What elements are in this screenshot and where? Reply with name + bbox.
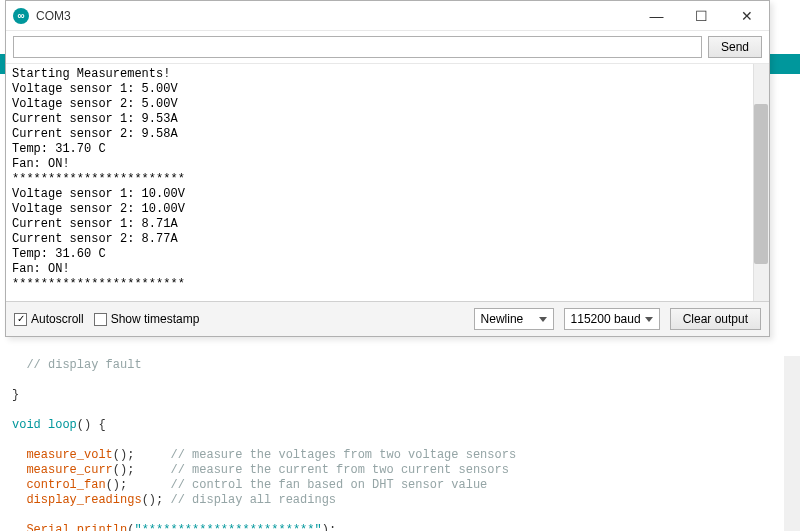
code-scrollbar[interactable] (784, 356, 800, 531)
minimize-button[interactable]: — (634, 1, 679, 31)
serial-input[interactable] (13, 36, 702, 58)
line-ending-value: Newline (481, 312, 524, 326)
console-scrollbar[interactable] (753, 64, 769, 301)
serial-monitor-window: ∞ COM3 — ☐ ✕ Send Starting Measurements!… (5, 0, 770, 337)
serial-bottom-bar: ✓ Autoscroll Show timestamp Newline 1152… (6, 301, 769, 336)
baud-select[interactable]: 115200 baud (564, 308, 660, 330)
console-output: Starting Measurements! Voltage sensor 1:… (6, 64, 769, 295)
timestamp-label: Show timestamp (111, 312, 200, 326)
autoscroll-label: Autoscroll (31, 312, 84, 326)
checkbox-icon: ✓ (14, 313, 27, 326)
autoscroll-checkbox[interactable]: ✓ Autoscroll (14, 312, 84, 326)
arduino-icon: ∞ (13, 8, 29, 24)
baud-value: 115200 baud (571, 312, 641, 326)
window-title: COM3 (36, 9, 634, 23)
timestamp-checkbox[interactable]: Show timestamp (94, 312, 200, 326)
console-scrollbar-thumb[interactable] (754, 104, 768, 264)
window-controls: — ☐ ✕ (634, 1, 769, 31)
serial-console: Starting Measurements! Voltage sensor 1:… (6, 64, 769, 301)
send-button[interactable]: Send (708, 36, 762, 58)
checkbox-icon (94, 313, 107, 326)
code-editor[interactable]: // display fault } void loop() { measure… (0, 356, 800, 531)
line-ending-select[interactable]: Newline (474, 308, 554, 330)
close-button[interactable]: ✕ (724, 1, 769, 31)
maximize-button[interactable]: ☐ (679, 1, 724, 31)
send-row: Send (6, 31, 769, 64)
clear-output-button[interactable]: Clear output (670, 308, 761, 330)
titlebar: ∞ COM3 — ☐ ✕ (6, 1, 769, 31)
